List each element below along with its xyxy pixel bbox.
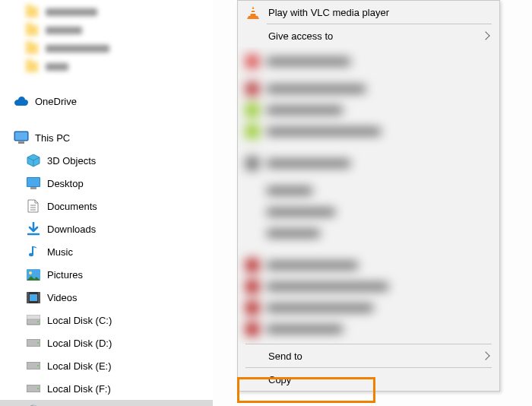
svg-rect-6 xyxy=(27,178,40,186)
svg-rect-18 xyxy=(30,294,37,301)
nav-local-disk-e[interactable]: Local Disk (E:) xyxy=(0,354,213,377)
computer-icon xyxy=(14,130,29,145)
svg-rect-32 xyxy=(251,12,255,14)
desktop-icon xyxy=(26,176,41,191)
nav-label: Local Disk (F:) xyxy=(47,383,111,395)
svg-point-14 xyxy=(29,271,32,274)
svg-rect-20 xyxy=(27,315,40,319)
nav-label: Local Disk (D:) xyxy=(47,338,112,349)
nav-local-disk-f[interactable]: Local Disk (F:) xyxy=(0,377,213,400)
onedrive-icon xyxy=(14,94,29,109)
svg-rect-2 xyxy=(18,141,24,144)
blurred-folder xyxy=(0,21,213,40)
svg-marker-33 xyxy=(247,16,259,19)
menu-label: Play with VLC media player xyxy=(268,7,489,18)
nav-pictures[interactable]: Pictures xyxy=(0,263,213,286)
svg-point-23 xyxy=(37,342,39,344)
nav-label: Downloads xyxy=(47,224,96,235)
pictures-icon xyxy=(26,267,41,282)
svg-rect-31 xyxy=(252,9,255,11)
nav-label: Pictures xyxy=(47,269,83,281)
blank-icon xyxy=(245,372,261,387)
svg-rect-7 xyxy=(30,187,36,189)
blank-icon xyxy=(245,28,261,43)
context-menu: Play with VLC media player Give access t… xyxy=(237,0,500,392)
vlc-icon xyxy=(245,5,261,20)
drive-icon xyxy=(26,381,41,396)
blank-icon xyxy=(245,348,261,363)
nav-label: Documents xyxy=(47,201,97,212)
chevron-right-icon xyxy=(481,351,489,360)
blurred-menu-section xyxy=(238,47,499,344)
menu-label: Copy xyxy=(268,374,489,385)
nav-label: Desktop xyxy=(47,178,84,189)
svg-rect-17 xyxy=(38,292,40,303)
svg-rect-16 xyxy=(27,292,29,303)
svg-point-25 xyxy=(37,365,39,366)
nav-label: Local Disk (C:) xyxy=(47,315,112,326)
svg-marker-30 xyxy=(250,6,256,16)
downloads-icon xyxy=(26,221,41,236)
chevron-right-icon xyxy=(481,31,489,40)
svg-rect-1 xyxy=(15,132,27,140)
menu-label: Give access to xyxy=(268,30,475,42)
svg-point-21 xyxy=(37,321,39,322)
nav-label: Videos xyxy=(47,292,78,303)
nav-downloads[interactable]: Downloads xyxy=(0,217,213,240)
nav-3d-objects[interactable]: 3D Objects xyxy=(0,149,213,172)
nav-thispc[interactable]: This PC xyxy=(0,126,213,149)
nav-documents[interactable]: Documents xyxy=(0,195,213,217)
nav-local-disk-c[interactable]: Local Disk (C:) xyxy=(0,309,213,331)
nav-label: This PC xyxy=(35,132,70,144)
nav-label: Local Disk (E:) xyxy=(47,360,112,372)
drive-icon xyxy=(26,358,41,373)
music-icon xyxy=(26,244,41,259)
svg-point-27 xyxy=(37,388,39,389)
blurred-folder xyxy=(0,3,213,21)
blurred-folder xyxy=(0,58,213,76)
nav-label: 3D Objects xyxy=(47,155,96,167)
documents-icon xyxy=(26,198,41,214)
nav-local-disk-d[interactable]: Local Disk (D:) xyxy=(0,331,213,354)
nav-videos[interactable]: Videos xyxy=(0,286,213,309)
nav-label: Music xyxy=(47,246,73,258)
3d-objects-icon xyxy=(26,153,41,168)
nav-label: OneDrive xyxy=(35,96,77,107)
nav-onedrive[interactable]: OneDrive xyxy=(0,90,213,113)
menu-send-to[interactable]: Send to xyxy=(238,344,499,367)
menu-copy[interactable]: Copy xyxy=(238,368,499,391)
nav-cd-drive[interactable]: CD Drive (Z:) UP xyxy=(0,400,213,406)
nav-tree: OneDrive This PC 3D Objects Desktop Docu… xyxy=(0,0,213,406)
drive-icon xyxy=(26,312,41,328)
menu-play-vlc[interactable]: Play with VLC media player xyxy=(238,1,499,24)
videos-icon xyxy=(26,290,41,305)
nav-desktop[interactable]: Desktop xyxy=(0,172,213,195)
svg-point-12 xyxy=(29,253,33,256)
blurred-folder xyxy=(0,40,213,58)
drive-icon xyxy=(26,335,41,350)
nav-music[interactable]: Music xyxy=(0,240,213,263)
menu-label: Send to xyxy=(268,350,475,362)
menu-give-access[interactable]: Give access to xyxy=(238,24,499,47)
